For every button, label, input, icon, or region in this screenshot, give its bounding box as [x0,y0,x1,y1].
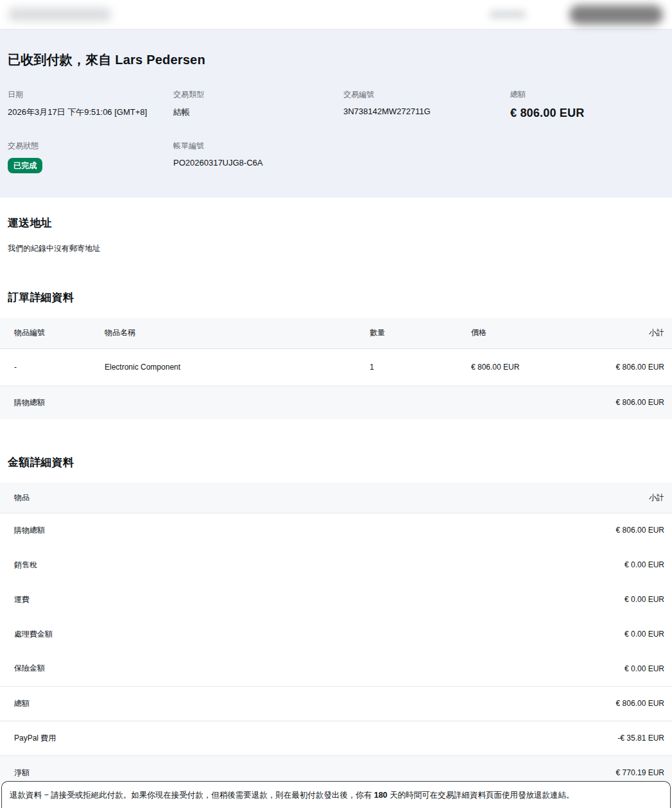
field-gross-amount-value: € 806.00 EUR [510,107,664,120]
cell-quantity: 1 [370,348,471,386]
field-transaction-status: 交易狀態 已完成 [8,141,173,173]
amount-details-heading: 金額詳細資料 [8,455,672,470]
payment-summary-panel: 已收到付款，來自 Lars Pedersen 日期 2026年3月17日 下午9… [0,30,672,198]
cell-subtotal: € 806.00 EUR [563,348,672,386]
amount-row-label: 保險金額 [0,651,531,686]
top-header [0,0,672,30]
refund-info-text-tail: 天的時間可在交易詳細資料頁面使用發放退款連結。 [388,791,574,800]
col-quantity: 數量 [370,318,471,348]
col-amount-subtotal: 小計 [531,483,672,513]
status-badge: 已完成 [8,158,42,173]
field-date-value: 2026年3月17日 下午9:51:06 [GMT+8] [8,107,173,118]
field-transaction-status-label: 交易狀態 [8,141,173,151]
cell-item-number: - [0,348,105,386]
shipping-address-heading: 運送地址 [8,216,672,230]
header-right-group [490,5,663,24]
field-transaction-id: 交易編號 3N738142MW272711G [343,89,510,120]
field-transaction-type-value: 結帳 [173,107,343,118]
amount-table-header-row: 物品 小計 [0,483,672,513]
amount-row-label: 運費 [0,582,531,617]
amount-row-label: 購物總額 [0,513,531,547]
amount-row-total: 總額 € 806.00 EUR [0,686,672,721]
field-invoice-id-value: PO20260317UJG8-C6A [173,158,343,168]
order-details-heading: 訂單詳細資料 [8,290,672,305]
order-table-row: - Electronic Component 1 € 806.00 EUR € … [0,348,672,386]
amount-row-label: PayPal 費用 [0,721,531,755]
col-item: 物品 [0,483,531,513]
field-transaction-type: 交易類型 結帳 [173,89,343,120]
amount-row-handling: 處理費金額 € 0.00 EUR [0,617,672,651]
field-date: 日期 2026年3月17日 下午9:51:06 [GMT+8] [8,89,173,120]
order-total-label: 購物總額 [0,386,563,419]
refund-info-banner: 退款資料 − 請接受或拒絕此付款。如果你現在接受付款，但稍後需要退款，則在最初付… [1,781,671,808]
amount-row-value: € 0.00 EUR [531,582,672,617]
refund-info-text: 退款資料 − 請接受或拒絕此付款。如果你現在接受付款，但稍後需要退款，則在最初付… [10,791,374,800]
header-label-redacted [490,10,526,19]
amount-row-purchase-total: 購物總額 € 806.00 EUR [0,513,672,547]
cell-price: € 806.00 EUR [471,348,563,386]
amount-row-label: 處理費金額 [0,617,531,651]
amount-row-value: € 0.00 EUR [531,617,672,651]
amount-details-table: 物品 小計 購物總額 € 806.00 EUR 銷售稅 € 0.00 EUR 運… [0,483,672,790]
order-table-total-row: 購物總額 € 806.00 EUR [0,386,672,419]
amount-row-label: 總額 [0,686,531,721]
order-total-value: € 806.00 EUR [563,386,672,419]
field-transaction-type-label: 交易類型 [173,89,343,100]
field-invoice-id-label: 帳單編號 [173,141,343,151]
merchant-logo-redacted[interactable] [9,8,110,21]
summary-grid: 日期 2026年3月17日 下午9:51:06 [GMT+8] 交易類型 結帳 … [8,89,664,173]
amount-row-value: € 806.00 EUR [531,513,672,547]
field-transaction-id-value: 3N738142MW272711G [343,107,510,116]
amount-row-value: € 0.00 EUR [531,547,672,582]
col-item-name: 物品名稱 [105,318,370,348]
field-invoice-id: 帳單編號 PO20260317UJG8-C6A [173,141,343,173]
col-subtotal: 小計 [563,318,672,348]
page-title: 已收到付款，來自 Lars Pedersen [8,51,664,69]
field-date-label: 日期 [8,89,173,100]
amount-row-sales-tax: 銷售稅 € 0.00 EUR [0,547,672,582]
header-action-button-redacted[interactable] [569,5,663,24]
shipping-address-section: 運送地址 我們的紀錄中沒有郵寄地址 [0,216,672,254]
amount-row-paypal-fee: PayPal 費用 -€ 35.81 EUR [0,721,672,755]
amount-row-value: -€ 35.81 EUR [531,721,672,755]
amount-row-value: € 0.00 EUR [531,651,672,686]
amount-row-insurance: 保險金額 € 0.00 EUR [0,651,672,686]
field-gross-amount: 總額 € 806.00 EUR [510,89,664,120]
refund-days: 180 [374,791,388,800]
amount-details-section: 金額詳細資料 物品 小計 購物總額 € 806.00 EUR 銷售稅 € 0.0… [0,455,672,790]
cell-item-name: Electronic Component [105,348,370,386]
field-transaction-id-label: 交易編號 [343,89,510,100]
shipping-address-note: 我們的紀錄中沒有郵寄地址 [8,243,672,254]
field-gross-amount-label: 總額 [510,89,664,100]
amount-row-shipping: 運費 € 0.00 EUR [0,582,672,617]
col-item-number: 物品編號 [0,318,105,348]
amount-row-value: € 806.00 EUR [531,686,672,721]
order-details-table: 物品編號 物品名稱 數量 價格 小計 - Electronic Componen… [0,318,672,419]
col-price: 價格 [471,318,563,348]
order-table-header-row: 物品編號 物品名稱 數量 價格 小計 [0,318,672,348]
order-details-section: 訂單詳細資料 物品編號 物品名稱 數量 價格 小計 - Electronic C… [0,290,672,419]
amount-row-label: 銷售稅 [0,547,531,582]
